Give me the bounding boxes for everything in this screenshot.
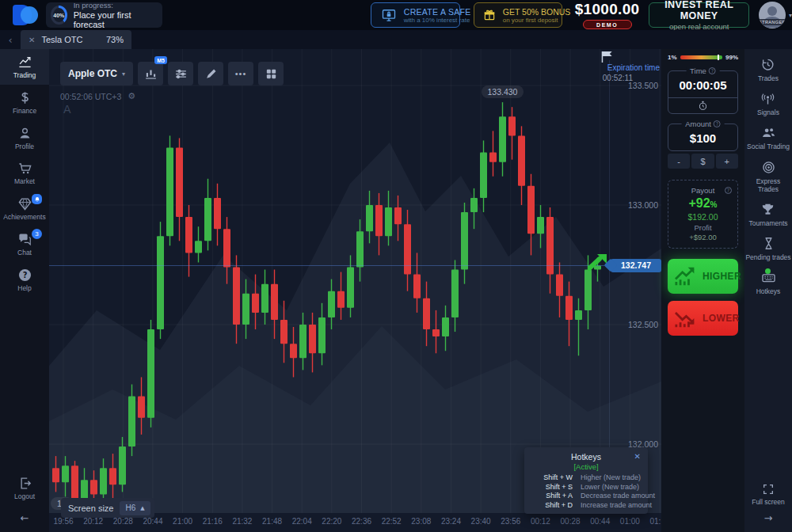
- logout-label: Logout: [14, 493, 35, 501]
- candle: [166, 148, 173, 237]
- help-circle-icon[interactable]: ?: [714, 120, 721, 127]
- sidebar-item-achievements[interactable]: Achievements: [0, 191, 49, 226]
- collapse-left-sidebar-icon[interactable]: ←: [0, 506, 49, 532]
- close-tab-icon[interactable]: ✕: [29, 36, 35, 44]
- right-sidebar-item-trades[interactable]: Trades: [758, 57, 779, 82]
- collapse-right-sidebar-icon[interactable]: →: [744, 506, 792, 532]
- right-sidebar-item-pending[interactable]: Pending trades: [745, 236, 790, 261]
- clock-icon: [698, 101, 708, 111]
- candle: [252, 294, 259, 313]
- notification-bell-badge: [32, 194, 42, 204]
- layout-grid-button[interactable]: [258, 62, 284, 86]
- lower-button[interactable]: LOWER: [668, 301, 738, 336]
- left-sidebar: TradingFinanceProfileMarketAchievementsC…: [0, 49, 49, 532]
- more-tools-button[interactable]: •••: [228, 62, 253, 86]
- sidebar-item-chat[interactable]: Chat3: [0, 226, 49, 262]
- candle: [356, 231, 364, 267]
- onboarding-progress-chip[interactable]: 40% In progress: Place your first foreca…: [46, 2, 162, 28]
- candle: [442, 317, 449, 336]
- chat-icon: [17, 232, 32, 247]
- tab-payout-percent: 73%: [106, 35, 124, 44]
- time-axis-label: 21:00: [167, 517, 199, 526]
- progress-ring: 40%: [51, 6, 67, 25]
- invest-real-money-button[interactable]: INVEST REAL MONEY open real account: [649, 2, 749, 28]
- help-circle-icon[interactable]: ?: [709, 67, 716, 74]
- sidebar-item-help[interactable]: ?Help: [0, 262, 49, 298]
- sidebar-item-profile[interactable]: Profile: [0, 120, 49, 156]
- market-icon: [17, 161, 32, 176]
- amount-currency-button[interactable]: $: [691, 154, 714, 169]
- right-sidebar-item-social[interactable]: Social Trading: [747, 125, 790, 150]
- payout-amount: $192.00: [673, 212, 733, 222]
- create-safe-button[interactable]: CREATE A SAFE with a 10% interest rate: [371, 2, 460, 28]
- close-icon[interactable]: ✕: [634, 452, 641, 461]
- screen-size-control[interactable]: Screen size H6 ▲: [61, 498, 154, 518]
- time-mode-toggle[interactable]: [668, 97, 737, 113]
- time-axis-label: 23:56: [495, 517, 527, 526]
- ellipsis-icon: •••: [235, 69, 247, 78]
- profile-menu[interactable]: STRANGER ▾: [759, 2, 792, 28]
- time-axis-label: 22:52: [375, 517, 407, 526]
- time-axis-label: 20:44: [137, 517, 169, 526]
- candle: [290, 344, 297, 358]
- symbol-select[interactable]: Apple OTC ▾: [60, 62, 133, 86]
- indicators-button[interactable]: [168, 62, 193, 86]
- gift-icon: [482, 8, 497, 22]
- hotkey-combo: Shift + S: [531, 483, 573, 491]
- sidebar-item-label: Chat: [17, 249, 32, 257]
- sidebar-item-trading[interactable]: Trading: [0, 49, 49, 85]
- tabs-back-chevron-icon[interactable]: ‹: [0, 34, 21, 46]
- drawing-tools-button[interactable]: [198, 62, 223, 86]
- trend-lower-icon: [674, 308, 698, 329]
- right-sidebar-item-express[interactable]: Express Trades: [745, 160, 791, 193]
- right-sidebar-item-tournaments[interactable]: Tournaments: [748, 202, 787, 227]
- tab-asset-name: Tesla OTC: [41, 35, 100, 44]
- candle: [556, 275, 563, 296]
- right-sidebar-item-hotkeys[interactable]: Hotkeys: [756, 270, 781, 295]
- tournaments-icon: [760, 202, 775, 217]
- chat-count-badge: 3: [32, 229, 42, 239]
- higher-button[interactable]: HIGHER: [668, 259, 738, 294]
- sidebar-item-label: Finance: [13, 108, 36, 116]
- trades-icon: [760, 57, 775, 72]
- candle: [518, 135, 525, 185]
- avatar: STRANGER: [759, 2, 786, 28]
- trading-icon: [17, 55, 32, 70]
- sidebar-item-finance[interactable]: Finance: [0, 85, 49, 120]
- bonus-button[interactable]: GET 50% BONUS on your first deposit: [474, 2, 562, 28]
- candle: [337, 291, 345, 308]
- sidebar-item-market[interactable]: Market: [0, 155, 49, 191]
- svg-text:?: ?: [22, 271, 27, 279]
- progress-title: In progress:: [74, 1, 153, 10]
- time-axis-label: 21:32: [227, 517, 258, 526]
- trend-up-arrow-icon: [588, 253, 608, 272]
- sentiment-bar: [680, 55, 722, 59]
- achievements-icon: [17, 196, 32, 211]
- amount-decrease-button[interactable]: -: [668, 154, 690, 169]
- expiration-time: 00:52:11: [603, 74, 633, 82]
- candle: [62, 466, 69, 482]
- amount-increase-button[interactable]: +: [716, 154, 738, 169]
- sidebar-item-logout[interactable]: Logout: [0, 470, 49, 506]
- candle: [404, 224, 411, 274]
- high-price-marker: 133.430: [482, 86, 524, 98]
- gear-icon[interactable]: ⚙: [128, 91, 135, 101]
- candle: [280, 320, 287, 344]
- app-logo-icon[interactable]: [13, 5, 36, 25]
- trade-panel: 1% 99% Time? 00:00:05 Amount? $100 - $ +…: [661, 49, 744, 532]
- help-circle-icon[interactable]: ?: [725, 187, 732, 194]
- fullscreen-button[interactable]: Full screen: [752, 483, 785, 506]
- chart-type-button[interactable]: M5: [138, 62, 163, 86]
- brush-icon: [204, 67, 218, 81]
- candle: [52, 468, 59, 482]
- hotkey-action: Decrease trade amount: [581, 492, 655, 500]
- screen-size-select[interactable]: H6 ▲: [120, 501, 150, 515]
- fullscreen-label: Full screen: [752, 498, 785, 506]
- candle: [261, 284, 268, 313]
- candle: [242, 294, 249, 325]
- hotkeys-title: Hotkeys: [571, 452, 601, 462]
- account-balance[interactable]: $1000.00 DEMO: [575, 1, 640, 29]
- right-sidebar-item-label: Social Trading: [747, 142, 790, 150]
- right-sidebar-item-signals[interactable]: Signals: [757, 91, 779, 116]
- asset-tab-tesla-otc[interactable]: ✕ Tesla OTC 73%: [21, 30, 131, 49]
